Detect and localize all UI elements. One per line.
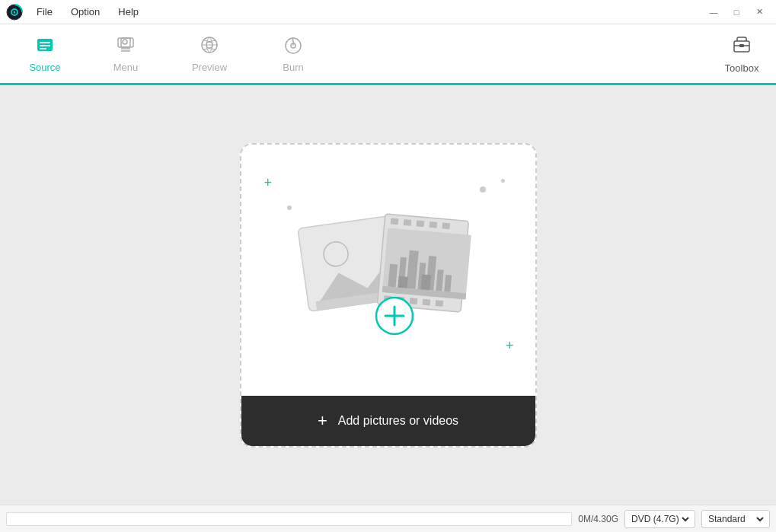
drop-zone[interactable]: + + [240,143,537,448]
svg-rect-19 [739,44,744,47]
status-bar: 0M/4.30G DVD (4.7G) DVD (8.5G) Standard … [0,505,776,532]
svg-rect-32 [409,298,417,304]
svg-rect-45 [420,274,431,290]
svg-point-2 [14,11,16,13]
dvd-size-dropdown[interactable]: DVD (4.7G) DVD (8.5G) [624,510,695,528]
nav-bar: Source Menu Prev [0,24,776,85]
window-controls: — □ ✕ [703,4,770,21]
tab-burn[interactable]: Burn [251,24,335,83]
svg-rect-25 [390,218,398,225]
source-label: Source [29,62,60,73]
svg-rect-27 [416,220,424,227]
minimize-button[interactable]: — [703,4,724,21]
add-icon: + [318,413,327,429]
menu-tab-icon [115,34,136,59]
storage-label: 0M/4.30G [578,514,618,524]
progress-bar [6,512,572,526]
quality-select[interactable]: Standard High Low [705,513,766,525]
maximize-button[interactable]: □ [726,4,747,21]
svg-point-9 [123,40,127,44]
svg-rect-5 [40,45,50,46]
svg-rect-33 [422,298,430,305]
plus-deco-1: + [264,175,273,191]
source-icon [34,34,56,59]
svg-rect-6 [40,48,46,49]
svg-rect-34 [435,300,443,307]
app-logo [6,4,23,21]
add-media-button[interactable]: + Add pictures or videos [241,396,535,446]
svg-rect-29 [442,222,450,229]
toolbox-label: Toolbox [725,62,759,74]
menu-option[interactable]: Option [63,3,107,21]
menu-bar: File Option Help [29,3,703,21]
svg-rect-28 [429,221,437,228]
main-content: + + [0,85,776,505]
burn-icon [283,34,304,59]
tab-menu[interactable]: Menu [84,24,168,83]
toolbox-button[interactable]: Toolbox [707,24,776,83]
dvd-size-select[interactable]: DVD (4.7G) DVD (8.5G) [628,513,691,525]
burn-label: Burn [283,62,303,73]
svg-rect-44 [398,276,407,288]
quality-dropdown[interactable]: Standard High Low [701,510,770,528]
dot-1 [287,205,292,210]
media-illustration [282,183,495,358]
toolbox-icon [730,33,754,59]
title-bar: File Option Help — □ ✕ [0,0,776,24]
close-button[interactable]: ✕ [749,4,770,21]
svg-rect-26 [403,219,411,226]
illustration-area: + + [241,145,535,396]
plus-deco-2: + [506,338,514,354]
dot-3 [501,179,505,183]
svg-rect-4 [40,42,50,43]
add-media-label: Add pictures or videos [338,414,458,428]
menu-help[interactable]: Help [110,3,146,21]
tab-preview[interactable]: Preview [168,24,251,83]
dot-2 [480,186,486,193]
menu-file[interactable]: File [29,3,60,21]
preview-label: Preview [192,62,227,73]
tab-source[interactable]: Source [0,24,84,83]
menu-label: Menu [113,62,139,73]
preview-icon [199,34,220,59]
